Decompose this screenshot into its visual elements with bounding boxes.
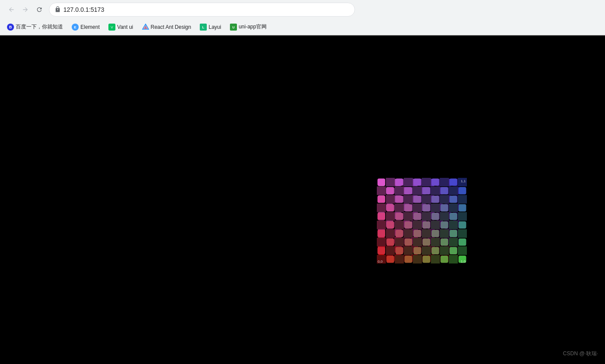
forward-button[interactable] xyxy=(19,3,31,16)
bookmark-antd-label: React Ant Design xyxy=(151,24,191,30)
bookmark-element-label: Element xyxy=(80,24,100,30)
canvas-element xyxy=(377,178,467,263)
bookmark-uniapp[interactable]: U uni-app官网 xyxy=(226,21,270,32)
svg-text:B: B xyxy=(9,25,12,29)
favicon-antd xyxy=(142,24,149,31)
favicon-uniapp: U xyxy=(230,24,237,31)
favicon-baidu: B xyxy=(7,24,14,31)
favicon-layui: L xyxy=(200,24,207,31)
favicon-vant: V xyxy=(108,24,115,31)
svg-text:V: V xyxy=(111,25,113,29)
svg-text:E: E xyxy=(74,25,76,29)
bookmark-uniapp-label: uni-app官网 xyxy=(239,23,267,31)
svg-text:U: U xyxy=(232,26,234,29)
page-content: CSDN @·耿瑞· xyxy=(0,35,605,364)
bookmarks-bar: B 百度一下，你就知道 E Element V Vant xyxy=(0,19,605,35)
bookmark-baidu-label: 百度一下，你就知道 xyxy=(16,23,63,31)
back-button[interactable] xyxy=(5,3,17,16)
nav-buttons xyxy=(5,3,45,16)
url-input[interactable] xyxy=(63,6,349,13)
bookmark-layui[interactable]: L Layui xyxy=(196,22,225,32)
bookmark-vant[interactable]: V Vant ui xyxy=(105,22,136,32)
bookmark-vant-label: Vant ui xyxy=(117,24,133,30)
bookmark-baidu[interactable]: B 百度一下，你就知道 xyxy=(3,21,66,32)
favicon-element: E xyxy=(72,24,79,31)
bookmark-element[interactable]: E Element xyxy=(68,22,103,32)
lock-icon xyxy=(55,6,61,14)
reload-button[interactable] xyxy=(33,3,45,16)
address-bar[interactable] xyxy=(49,3,355,17)
svg-text:L: L xyxy=(202,25,205,29)
watermark-text: CSDN @·耿瑞· xyxy=(563,350,598,357)
bookmark-antd[interactable]: React Ant Design xyxy=(139,22,195,32)
browser-chrome: B 百度一下，你就知道 E Element V Vant xyxy=(0,0,605,35)
watermark: CSDN @·耿瑞· xyxy=(563,350,598,357)
browser-toolbar xyxy=(0,0,605,19)
bookmark-layui-label: Layui xyxy=(209,24,221,30)
